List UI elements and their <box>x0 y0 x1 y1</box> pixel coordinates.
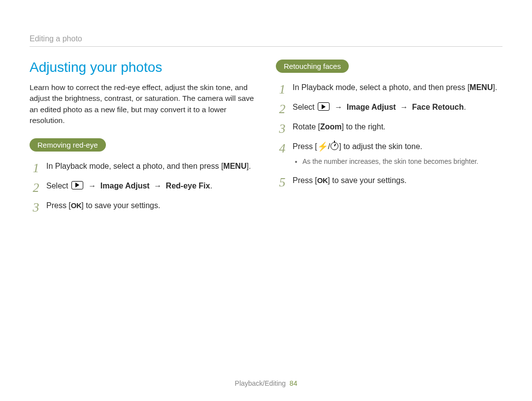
content-columns: Adjusting your photos Learn how to corre… <box>30 60 502 219</box>
text: Press [ <box>293 176 317 185</box>
intro-paragraph: Learn how to correct the red-eye effect,… <box>30 82 256 126</box>
right-step-4: Press [⚡/] to adjust the skin tone. As t… <box>276 141 502 167</box>
zoom-label: Zoom <box>320 123 342 131</box>
text: Select <box>46 182 70 190</box>
left-step-2: Select → Image Adjust → Red-eye Fix. <box>30 180 256 192</box>
face-retouch-label: Face Retouch <box>412 103 464 111</box>
text: In Playback mode, select a photo, and th… <box>46 162 223 170</box>
text: ]. <box>493 83 497 92</box>
breadcrumb: Editing a photo <box>30 34 502 46</box>
right-step-2: Select → Image Adjust → Face Retouch. <box>276 101 502 113</box>
steps-left: In Playback mode, select a photo, and th… <box>30 160 256 212</box>
menu-label: MENU <box>223 162 246 170</box>
text: ]. <box>246 162 251 170</box>
text: Rotate [ <box>293 123 320 131</box>
timer-icon <box>331 142 338 150</box>
divider <box>30 46 502 47</box>
right-step-1: In Playback mode, select a photo, and th… <box>276 82 502 93</box>
arrow: → <box>86 182 99 190</box>
right-step-5: Press [OK] to save your settings. <box>276 175 502 186</box>
text: ] to save your settings. <box>328 176 406 185</box>
footer-section: Playback/Editing <box>235 379 286 387</box>
arrow: → <box>332 103 345 111</box>
text: Press [ <box>46 201 71 210</box>
arrow: → <box>152 182 164 190</box>
section-title: Adjusting your photos <box>30 60 256 75</box>
right-step-3: Rotate [Zoom] to the right. <box>276 121 502 133</box>
left-step-3: Press [OK] to save your settings. <box>30 200 256 212</box>
steps-right: In Playback mode, select a photo, and th… <box>276 82 502 186</box>
page-footer: Playback/Editing 84 <box>0 379 532 387</box>
menu-label: MENU <box>469 83 493 92</box>
red-eye-fix-label: Red-eye Fix <box>166 182 210 190</box>
playback-icon <box>71 181 83 189</box>
text: Select <box>293 103 317 111</box>
sub-note: As the number increases, the skin tone b… <box>302 156 502 167</box>
ok-icon: OK <box>317 175 328 186</box>
ok-icon: OK <box>71 200 82 212</box>
text: . <box>464 103 466 111</box>
text: ] to adjust the skin tone. <box>339 142 422 151</box>
text: . <box>210 182 212 190</box>
text: In Playback mode, select a photo, and th… <box>293 83 469 92</box>
page-number: 84 <box>290 379 298 387</box>
manual-page: Editing a photo Adjusting your photos Le… <box>0 0 532 401</box>
image-adjust-label: Image Adjust <box>100 182 150 190</box>
image-adjust-label: Image Adjust <box>347 103 396 111</box>
pill-removing-red-eye: Removing red-eye <box>30 138 106 152</box>
text: ] to save your settings. <box>81 201 160 210</box>
text: Press [ <box>293 142 317 151</box>
sub-list: As the number increases, the skin tone b… <box>293 156 502 167</box>
arrow: → <box>398 103 410 111</box>
right-column: Retouching faces In Playback mode, selec… <box>276 60 502 219</box>
text: / <box>328 142 330 151</box>
text: ] to the right. <box>342 123 386 131</box>
playback-icon <box>318 102 330 111</box>
flash-icon: ⚡ <box>317 142 328 151</box>
left-step-1: In Playback mode, select a photo, and th… <box>30 160 256 172</box>
pill-retouching-faces: Retouching faces <box>276 60 349 73</box>
left-column: Adjusting your photos Learn how to corre… <box>30 60 256 219</box>
